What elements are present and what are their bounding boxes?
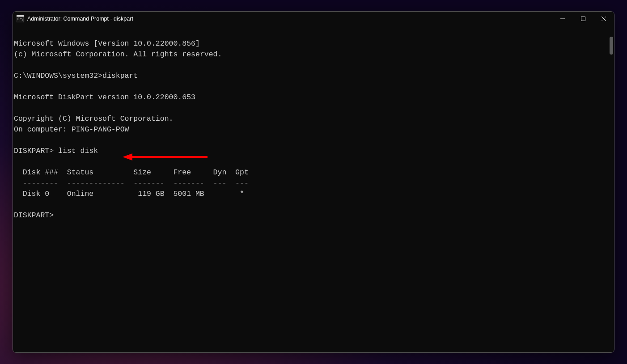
svg-text:C:\: C:\ bbox=[17, 17, 23, 21]
scrollbar-thumb[interactable] bbox=[610, 37, 613, 55]
output-line: (c) Microsoft Corporation. All rights re… bbox=[14, 50, 222, 59]
titlebar[interactable]: C:\ Administrator: Command Prompt - disk… bbox=[13, 12, 614, 26]
cmd-icon: C:\ bbox=[17, 15, 24, 22]
output-line: Microsoft DiskPart version 10.0.22000.65… bbox=[14, 93, 195, 102]
terminal-output[interactable]: Microsoft Windows [Version 10.0.22000.85… bbox=[13, 26, 614, 352]
minimize-button[interactable] bbox=[552, 12, 573, 26]
command-prompt-window: C:\ Administrator: Command Prompt - disk… bbox=[13, 11, 614, 353]
output-line: Copyright (C) Microsoft Corporation. bbox=[14, 114, 173, 123]
prompt-line: DISKPART> list disk bbox=[14, 147, 98, 155]
window-controls bbox=[552, 12, 614, 26]
prompt-line: C:\WINDOWS\system32>diskpart bbox=[14, 72, 138, 80]
svg-rect-1 bbox=[17, 15, 24, 17]
scrollbar[interactable] bbox=[608, 26, 614, 352]
table-row: Disk 0 Online 119 GB 5001 MB * bbox=[14, 190, 244, 198]
table-divider: -------- ------------- ------- ------- -… bbox=[14, 179, 249, 187]
maximize-button[interactable] bbox=[573, 12, 593, 26]
output-line: On computer: PING-PANG-POW bbox=[14, 125, 129, 134]
table-header: Disk ### Status Size Free Dyn Gpt bbox=[14, 168, 249, 177]
svg-rect-4 bbox=[581, 17, 585, 21]
prompt-line: DISKPART> bbox=[14, 211, 54, 220]
output-line: Microsoft Windows [Version 10.0.22000.85… bbox=[14, 39, 200, 48]
window-title: Administrator: Command Prompt - diskpart bbox=[27, 16, 552, 22]
close-button[interactable] bbox=[593, 12, 614, 26]
